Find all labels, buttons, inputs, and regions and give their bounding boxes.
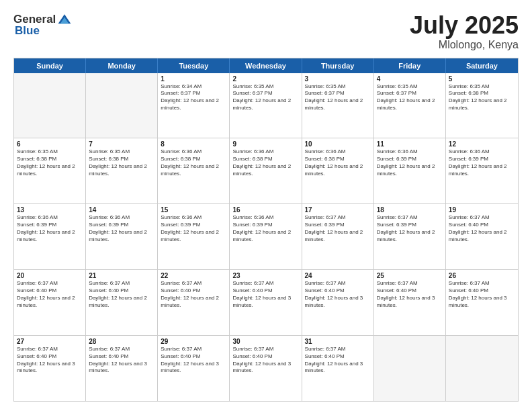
day-number: 19 (449, 206, 515, 214)
day-number: 6 (17, 140, 83, 148)
calendar-day-12: 12Sunrise: 6:36 AM Sunset: 6:39 PM Dayli… (446, 138, 518, 203)
day-info: Sunrise: 6:37 AM Sunset: 6:40 PM Dayligh… (449, 280, 515, 309)
calendar-day-20: 20Sunrise: 6:37 AM Sunset: 6:40 PM Dayli… (14, 270, 86, 335)
day-info: Sunrise: 6:36 AM Sunset: 6:38 PM Dayligh… (305, 148, 371, 177)
day-number: 28 (89, 338, 154, 345)
header-day-saturday: Saturday (446, 58, 518, 73)
calendar-day-21: 21Sunrise: 6:37 AM Sunset: 6:40 PM Dayli… (86, 270, 158, 335)
calendar-day-30: 30Sunrise: 6:37 AM Sunset: 6:40 PM Dayli… (230, 336, 302, 401)
day-number: 10 (305, 140, 371, 148)
day-info: Sunrise: 6:35 AM Sunset: 6:37 PM Dayligh… (377, 83, 443, 112)
day-info: Sunrise: 6:34 AM Sunset: 6:37 PM Dayligh… (161, 83, 226, 112)
header-day-thursday: Thursday (302, 58, 374, 73)
day-info: Sunrise: 6:37 AM Sunset: 6:40 PM Dayligh… (305, 280, 371, 309)
day-info: Sunrise: 6:37 AM Sunset: 6:40 PM Dayligh… (89, 346, 154, 375)
day-number: 5 (449, 75, 515, 83)
calendar-day-26: 26Sunrise: 6:37 AM Sunset: 6:40 PM Dayli… (446, 270, 518, 335)
day-info: Sunrise: 6:36 AM Sunset: 6:39 PM Dayligh… (232, 214, 298, 243)
day-number: 13 (17, 206, 83, 214)
calendar-empty-cell (374, 336, 446, 401)
calendar-day-27: 27Sunrise: 6:37 AM Sunset: 6:40 PM Dayli… (14, 336, 86, 401)
calendar-day-29: 29Sunrise: 6:37 AM Sunset: 6:40 PM Dayli… (158, 336, 230, 401)
calendar-day-7: 7Sunrise: 6:35 AM Sunset: 6:38 PM Daylig… (86, 138, 158, 203)
calendar-day-10: 10Sunrise: 6:36 AM Sunset: 6:38 PM Dayli… (302, 138, 374, 203)
day-number: 29 (161, 338, 226, 345)
calendar-day-28: 28Sunrise: 6:37 AM Sunset: 6:40 PM Dayli… (86, 336, 158, 401)
day-number: 1 (161, 75, 226, 83)
day-number: 8 (161, 140, 226, 148)
day-info: Sunrise: 6:35 AM Sunset: 6:37 PM Dayligh… (232, 83, 298, 112)
header-day-sunday: Sunday (14, 58, 86, 73)
day-info: Sunrise: 6:35 AM Sunset: 6:38 PM Dayligh… (449, 83, 515, 112)
day-number: 31 (305, 338, 371, 345)
day-info: Sunrise: 6:37 AM Sunset: 6:40 PM Dayligh… (17, 280, 83, 309)
day-number: 27 (17, 338, 83, 345)
day-number: 16 (232, 206, 298, 214)
day-number: 23 (232, 272, 298, 279)
calendar-day-5: 5Sunrise: 6:35 AM Sunset: 6:38 PM Daylig… (446, 73, 518, 138)
calendar-day-23: 23Sunrise: 6:37 AM Sunset: 6:40 PM Dayli… (230, 270, 302, 335)
calendar-day-31: 31Sunrise: 6:37 AM Sunset: 6:40 PM Dayli… (302, 336, 374, 401)
logo-blue: Blue (15, 24, 40, 38)
calendar-day-19: 19Sunrise: 6:37 AM Sunset: 6:40 PM Dayli… (446, 204, 518, 269)
title-block: July 2025 Mlolongo, Kenya (410, 12, 519, 51)
logo: General Blue (13, 12, 72, 38)
day-info: Sunrise: 6:37 AM Sunset: 6:40 PM Dayligh… (232, 280, 298, 309)
day-info: Sunrise: 6:37 AM Sunset: 6:40 PM Dayligh… (305, 346, 371, 375)
calendar-day-14: 14Sunrise: 6:36 AM Sunset: 6:39 PM Dayli… (86, 204, 158, 269)
day-number: 25 (377, 272, 443, 279)
day-info: Sunrise: 6:36 AM Sunset: 6:39 PM Dayligh… (449, 148, 515, 177)
day-info: Sunrise: 6:37 AM Sunset: 6:39 PM Dayligh… (377, 214, 443, 243)
calendar-day-15: 15Sunrise: 6:36 AM Sunset: 6:39 PM Dayli… (158, 204, 230, 269)
day-info: Sunrise: 6:36 AM Sunset: 6:38 PM Dayligh… (161, 148, 226, 177)
location: Mlolongo, Kenya (410, 39, 519, 51)
day-info: Sunrise: 6:37 AM Sunset: 6:40 PM Dayligh… (377, 280, 443, 309)
calendar-empty-cell (14, 73, 86, 138)
page: General Blue July 2025 Mlolongo, Kenya S… (0, 0, 532, 411)
calendar-day-24: 24Sunrise: 6:37 AM Sunset: 6:40 PM Dayli… (302, 270, 374, 335)
calendar-empty-cell (86, 73, 158, 138)
day-number: 20 (17, 272, 83, 279)
header-day-wednesday: Wednesday (230, 58, 302, 73)
calendar-week-1: 1Sunrise: 6:34 AM Sunset: 6:37 PM Daylig… (14, 73, 518, 138)
day-number: 30 (232, 338, 298, 345)
header-day-monday: Monday (86, 58, 158, 73)
day-info: Sunrise: 6:35 AM Sunset: 6:38 PM Dayligh… (89, 148, 154, 177)
calendar-day-22: 22Sunrise: 6:37 AM Sunset: 6:40 PM Dayli… (158, 270, 230, 335)
day-info: Sunrise: 6:36 AM Sunset: 6:39 PM Dayligh… (89, 214, 154, 243)
calendar-body: 1Sunrise: 6:34 AM Sunset: 6:37 PM Daylig… (14, 73, 518, 401)
calendar-week-2: 6Sunrise: 6:35 AM Sunset: 6:38 PM Daylig… (14, 138, 518, 203)
calendar-week-5: 27Sunrise: 6:37 AM Sunset: 6:40 PM Dayli… (14, 335, 518, 401)
day-number: 24 (305, 272, 371, 279)
day-number: 21 (89, 272, 154, 279)
day-number: 4 (377, 75, 443, 83)
day-info: Sunrise: 6:37 AM Sunset: 6:40 PM Dayligh… (232, 346, 298, 375)
calendar-day-8: 8Sunrise: 6:36 AM Sunset: 6:38 PM Daylig… (158, 138, 230, 203)
day-info: Sunrise: 6:36 AM Sunset: 6:39 PM Dayligh… (17, 214, 83, 243)
calendar-day-11: 11Sunrise: 6:36 AM Sunset: 6:39 PM Dayli… (374, 138, 446, 203)
calendar-day-17: 17Sunrise: 6:37 AM Sunset: 6:39 PM Dayli… (302, 204, 374, 269)
day-number: 7 (89, 140, 154, 148)
day-number: 15 (161, 206, 226, 214)
day-info: Sunrise: 6:37 AM Sunset: 6:40 PM Dayligh… (17, 346, 83, 375)
day-number: 17 (305, 206, 371, 214)
day-info: Sunrise: 6:37 AM Sunset: 6:40 PM Dayligh… (449, 214, 515, 243)
header-day-friday: Friday (374, 58, 446, 73)
day-number: 2 (232, 75, 298, 83)
calendar-day-25: 25Sunrise: 6:37 AM Sunset: 6:40 PM Dayli… (374, 270, 446, 335)
day-info: Sunrise: 6:37 AM Sunset: 6:40 PM Dayligh… (161, 280, 226, 309)
calendar-day-16: 16Sunrise: 6:36 AM Sunset: 6:39 PM Dayli… (230, 204, 302, 269)
month-title: July 2025 (410, 12, 519, 39)
day-info: Sunrise: 6:36 AM Sunset: 6:39 PM Dayligh… (377, 148, 443, 177)
calendar-empty-cell (446, 336, 518, 401)
day-number: 26 (449, 272, 515, 279)
day-info: Sunrise: 6:36 AM Sunset: 6:39 PM Dayligh… (161, 214, 226, 243)
day-info: Sunrise: 6:35 AM Sunset: 6:38 PM Dayligh… (17, 148, 83, 177)
header: General Blue July 2025 Mlolongo, Kenya (13, 12, 519, 51)
day-info: Sunrise: 6:37 AM Sunset: 6:40 PM Dayligh… (161, 346, 226, 375)
day-info: Sunrise: 6:35 AM Sunset: 6:37 PM Dayligh… (305, 83, 371, 112)
calendar-day-9: 9Sunrise: 6:36 AM Sunset: 6:38 PM Daylig… (230, 138, 302, 203)
calendar-day-18: 18Sunrise: 6:37 AM Sunset: 6:39 PM Dayli… (374, 204, 446, 269)
calendar-day-1: 1Sunrise: 6:34 AM Sunset: 6:37 PM Daylig… (158, 73, 230, 138)
day-number: 18 (377, 206, 443, 214)
